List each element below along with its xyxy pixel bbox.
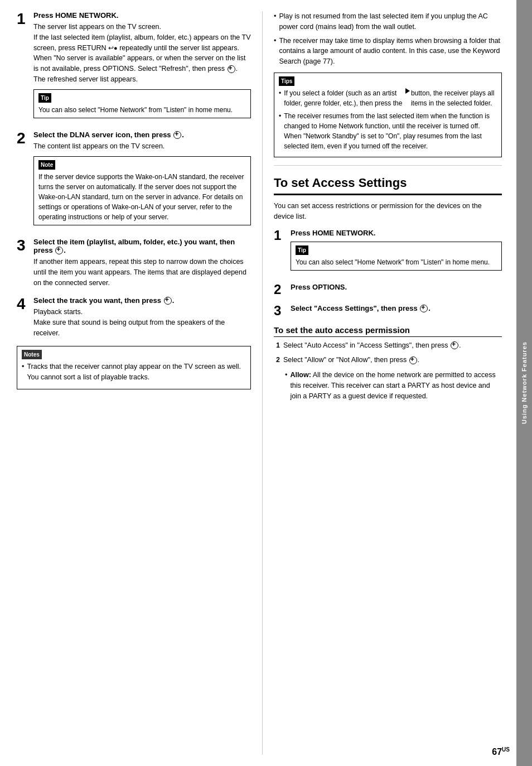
- allow-term: Allow:: [290, 371, 311, 379]
- access-step-1-tip: Tip You can also select "Home Network" f…: [291, 242, 502, 271]
- auto-access-heading: To set the auto access permission: [274, 325, 502, 337]
- circle-plus-icon-auto1: [451, 341, 458, 349]
- notes-list: Tracks that the receiver cannot play app…: [22, 362, 246, 383]
- page-container: 1 Press HOME NETWORK. The server list ap…: [0, 0, 532, 766]
- step-1-title: Press HOME NETWORK.: [33, 11, 251, 20]
- auto-access-num-1: 1: [276, 340, 280, 351]
- step-3-body: If another item appears, repeat this ste…: [33, 257, 251, 288]
- right-bullet-1: Play is not resumed from the last select…: [274, 11, 502, 32]
- allow-desc-text: All the device on the home network are p…: [290, 371, 495, 400]
- auto-access-item-2: 2 Select "Allow" or "Not Allow", then pr…: [276, 355, 502, 365]
- right-top-bullets: Play is not resumed from the last select…: [274, 11, 502, 67]
- auto-access-item-1: 1 Select "Auto Access" in "Access Settin…: [276, 340, 502, 351]
- step-4-number: 4: [17, 296, 29, 312]
- step-1-content: Press HOME NETWORK. The server list appe…: [33, 11, 251, 123]
- tips-box: Tips If you select a folder (such as an …: [274, 73, 502, 157]
- circle-plus-icon-4: [164, 297, 172, 305]
- auto-access-text-2: Select "Allow" or "Not Allow", then pres…: [283, 355, 419, 365]
- step-1: 1 Press HOME NETWORK. The server list ap…: [17, 11, 251, 123]
- right-bullet-2: The receiver may take time to display it…: [274, 36, 502, 67]
- access-settings-intro: You can set access restrictions or permi…: [274, 201, 502, 222]
- auto-access-text-1: Select "Auto Access" in "Access Settings…: [283, 340, 461, 351]
- access-step-2-number: 2: [274, 283, 286, 296]
- return-icon: ↩: [108, 43, 114, 53]
- main-content: 1 Press HOME NETWORK. The server list ap…: [0, 0, 516, 766]
- step-3: 3 Select the item (playlist, album, fold…: [17, 238, 251, 288]
- step-2-body: The content list appears on the TV scree…: [33, 141, 251, 152]
- step-3-number: 3: [17, 238, 29, 253]
- circle-plus-icon-3: [55, 247, 63, 254]
- step-2-content: Select the DLNA server icon, then press …: [33, 131, 251, 230]
- notes-item-1: Tracks that the receiver cannot play app…: [22, 362, 246, 383]
- tips-item-2: The receiver resumes from the last selec…: [279, 111, 497, 151]
- access-step-1: 1 Press HOME NETWORK. Tip You can also s…: [274, 229, 502, 275]
- circle-plus-icon-access: [420, 305, 428, 312]
- step-2-title: Select the DLNA server icon, then press …: [33, 131, 251, 139]
- auto-access-list: 1 Select "Auto Access" in "Access Settin…: [274, 340, 502, 366]
- access-step-2-content: Press OPTIONS.: [291, 283, 502, 293]
- page-number: 67US: [492, 746, 510, 757]
- tips-list: If you select a folder (such as an artis…: [279, 88, 497, 151]
- side-tab: Using Network Features: [516, 0, 532, 766]
- circle-plus-icon-auto2: [409, 356, 417, 364]
- access-settings-heading: To set Access Settings: [274, 176, 502, 195]
- step-1-tip: Tip You can also select "Home Network" f…: [33, 89, 251, 118]
- auto-access-num-2: 2: [276, 355, 280, 365]
- access-step-3-number: 3: [274, 304, 286, 317]
- access-step-2: 2 Press OPTIONS.: [274, 283, 502, 296]
- play-arrow-icon: [405, 88, 410, 94]
- step-4-content: Select the track you want, then press . …: [33, 296, 251, 339]
- right-column: Play is not resumed from the last select…: [262, 11, 502, 755]
- step-2: 2 Select the DLNA server icon, then pres…: [17, 131, 251, 230]
- access-step-2-title: Press OPTIONS.: [291, 283, 502, 291]
- step-1-number: 1: [17, 11, 29, 27]
- access-step-1-content: Press HOME NETWORK. Tip You can also sel…: [291, 229, 502, 275]
- access-step-3-content: Select "Access Settings", then press .: [291, 304, 502, 315]
- allow-desc-list: Allow: All the device on the home networ…: [274, 370, 502, 401]
- step-2-note: Note If the server device supports the W…: [33, 156, 251, 225]
- access-step-3-title: Select "Access Settings", then press .: [291, 304, 502, 313]
- step-3-content: Select the item (playlist, album, folder…: [33, 238, 251, 288]
- step-2-number: 2: [17, 131, 29, 146]
- circle-plus-icon-1: [228, 65, 235, 73]
- section-divider: [274, 165, 502, 166]
- allow-desc-item: Allow: All the device on the home networ…: [285, 370, 502, 401]
- step-4-body: Playback starts. Make sure that sound is…: [33, 307, 251, 338]
- access-step-3: 3 Select "Access Settings", then press .: [274, 304, 502, 317]
- step-4: 4 Select the track you want, then press …: [17, 296, 251, 339]
- step-3-title: Select the item (playlist, album, folder…: [33, 238, 251, 255]
- circle-plus-icon-2: [173, 131, 181, 139]
- tips-item-1: If you select a folder (such as an artis…: [279, 88, 497, 108]
- left-column: 1 Press HOME NETWORK. The server list ap…: [17, 11, 262, 755]
- step-4-title: Select the track you want, then press .: [33, 296, 251, 305]
- access-step-1-title: Press HOME NETWORK.: [291, 229, 502, 237]
- notes-box: Notes Tracks that the receiver cannot pl…: [17, 346, 251, 389]
- access-step-1-number: 1: [274, 229, 286, 242]
- step-1-body: The server list appears on the TV screen…: [33, 22, 251, 85]
